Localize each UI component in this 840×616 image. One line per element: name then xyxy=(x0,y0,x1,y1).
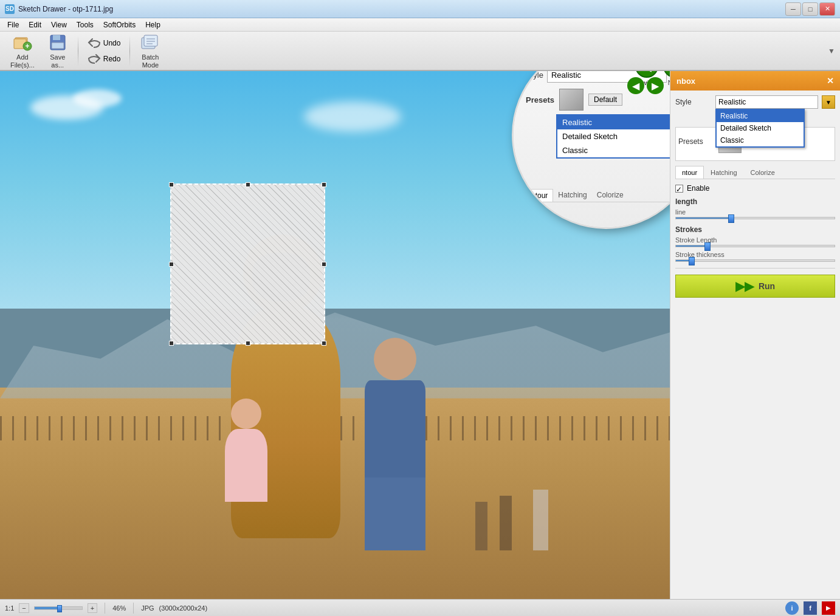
dropdown-option-detailed[interactable]: Detailed Sketch xyxy=(717,122,804,134)
zoom-in-button[interactable]: + xyxy=(88,603,97,613)
handle-bottom-left[interactable] xyxy=(169,341,174,346)
handle-top-left[interactable] xyxy=(169,182,174,187)
previous-nav: ◀ xyxy=(627,77,644,94)
redo-button[interactable]: Redo xyxy=(83,52,125,66)
stroke-thickness-track[interactable] xyxy=(675,259,835,262)
man-figure xyxy=(359,338,432,550)
toolbar-separator-2 xyxy=(129,36,130,66)
zoom-percentage: 46% xyxy=(112,604,126,612)
enable-row: ✓ Enable xyxy=(675,184,835,193)
menu-help[interactable]: Help xyxy=(140,19,165,30)
right-panel: nbox ✕ Style Realistic Realistic Detaile… xyxy=(670,71,840,599)
file-format: JPG xyxy=(141,604,154,612)
line-subtitle: line xyxy=(675,208,835,216)
stroke-thickness-thumb[interactable] xyxy=(689,257,695,265)
nav-buttons: ◀ ▶ xyxy=(627,77,664,94)
save-as-button[interactable]: Saveas... xyxy=(43,30,73,71)
enable-checkbox[interactable]: ✓ xyxy=(675,185,683,193)
bg-person-2 xyxy=(500,496,512,550)
length-slider-thumb[interactable] xyxy=(728,214,734,223)
handle-top-right[interactable] xyxy=(322,182,326,187)
svg-rect-8 xyxy=(144,35,157,46)
batch-mode-label: BatchMode xyxy=(142,53,159,68)
tab-hatching[interactable]: Hatching xyxy=(704,166,743,179)
nav-arrows-area: Style Realistic ▼ Presets Default Realis… xyxy=(627,77,664,94)
style-select-display[interactable]: Realistic xyxy=(715,95,818,109)
status-separator-1 xyxy=(105,603,105,614)
menu-edit[interactable]: Edit xyxy=(24,19,46,30)
run-button[interactable]: ▶▶ Run xyxy=(675,275,835,298)
maximize-button[interactable]: □ xyxy=(802,2,818,16)
cloud-2 xyxy=(73,89,122,108)
style-dropdown-button[interactable]: ▼ xyxy=(822,95,835,109)
stroke-length-track[interactable] xyxy=(675,245,835,247)
menu-file[interactable]: File xyxy=(2,19,24,30)
menu-softorbits[interactable]: SoftOrbits xyxy=(98,19,140,30)
run-label: Run xyxy=(759,281,775,291)
handle-bottom-right[interactable] xyxy=(322,341,326,346)
next-label-magnify: Next xyxy=(668,79,670,86)
handle-middle-left[interactable] xyxy=(169,262,174,267)
toolbar-dropdown-arrow[interactable]: ▼ xyxy=(828,47,835,55)
zoom-slider-thumb[interactable] xyxy=(57,605,62,612)
zoom-slider-fill xyxy=(35,607,58,609)
canvas-area[interactable]: Style Realistic ▼ Presets Default Realis… xyxy=(0,71,670,599)
zoom-out-button[interactable]: − xyxy=(19,603,29,613)
handle-bottom-middle[interactable] xyxy=(246,341,250,346)
next-arrow-magnify[interactable]: ▶ xyxy=(663,71,670,78)
youtube-button[interactable]: ▶ xyxy=(822,601,835,615)
svg-text:+: + xyxy=(25,42,29,50)
save-icon xyxy=(48,33,67,52)
app-icon: SD xyxy=(5,4,15,14)
bg-person-1 xyxy=(475,502,487,550)
sketch-selection-box[interactable] xyxy=(170,183,325,344)
previous-button[interactable]: ◀ xyxy=(627,77,644,94)
magnify-circle: Style Realistic ▼ Presets Default Realis… xyxy=(512,71,670,229)
dropdown-option-realistic[interactable]: Realistic xyxy=(717,110,804,122)
window-controls: ─ □ ✕ xyxy=(785,2,835,16)
dropdown-option-classic[interactable]: Classic xyxy=(717,134,804,146)
tab-colorize[interactable]: Colorize xyxy=(744,166,782,179)
batch-mode-button[interactable]: BatchMode xyxy=(135,30,165,71)
zoom-slider[interactable] xyxy=(34,606,83,610)
svg-rect-6 xyxy=(52,43,64,49)
length-slider-track[interactable] xyxy=(675,217,835,219)
stroke-thickness-label: Stroke thickness xyxy=(675,251,835,258)
minimize-button[interactable]: ─ xyxy=(785,2,801,16)
undo-button[interactable]: Undo xyxy=(83,36,125,50)
undo-label: Undo xyxy=(103,39,121,47)
tab-contour[interactable]: ntour xyxy=(675,166,704,179)
redo-label: Redo xyxy=(103,55,121,63)
batch-mode-icon xyxy=(140,33,160,52)
style-row: Style Realistic Realistic Detailed Sketc… xyxy=(675,95,835,109)
add-files-label: AddFile(s)... xyxy=(10,53,35,68)
facebook-button[interactable]: f xyxy=(804,601,817,615)
next-button[interactable]: ▶ xyxy=(647,77,664,94)
zoom-ratio: 1:1 xyxy=(5,604,14,612)
sketch-preview xyxy=(171,185,324,343)
handle-top-middle[interactable] xyxy=(246,182,250,187)
close-button[interactable]: ✕ xyxy=(819,2,835,16)
stroke-length-label: Stroke Length xyxy=(675,236,835,244)
stroke-length-thumb[interactable] xyxy=(704,242,711,251)
length-title: length xyxy=(675,197,835,206)
panel-content: Style Realistic Realistic Detailed Sketc… xyxy=(670,91,840,599)
svg-rect-5 xyxy=(53,35,60,40)
menu-tools[interactable]: Tools xyxy=(72,19,98,30)
panel-title: nbox xyxy=(676,77,695,86)
save-label: Saveas... xyxy=(50,53,65,68)
panel-header: nbox ✕ xyxy=(670,71,840,91)
cloud-3 xyxy=(304,101,401,132)
add-files-button[interactable]: + AddFile(s)... xyxy=(5,30,40,71)
style-label: Style xyxy=(675,98,712,106)
run-icon: ▶▶ xyxy=(735,279,754,293)
status-separator-2 xyxy=(133,603,134,614)
info-button[interactable]: i xyxy=(785,601,799,615)
panel-close-button[interactable]: ✕ xyxy=(827,76,834,86)
style-dropdown-open: Realistic Detailed Sketch Classic xyxy=(715,109,805,148)
presets-label: Presets xyxy=(678,137,715,146)
main-area: Style Realistic ▼ Presets Default Realis… xyxy=(0,71,840,599)
handle-middle-right[interactable] xyxy=(322,262,326,267)
status-bar: 1:1 − + 46% JPG (3000x2000x24) i f ▶ xyxy=(0,599,840,616)
menu-view[interactable]: View xyxy=(46,19,72,30)
